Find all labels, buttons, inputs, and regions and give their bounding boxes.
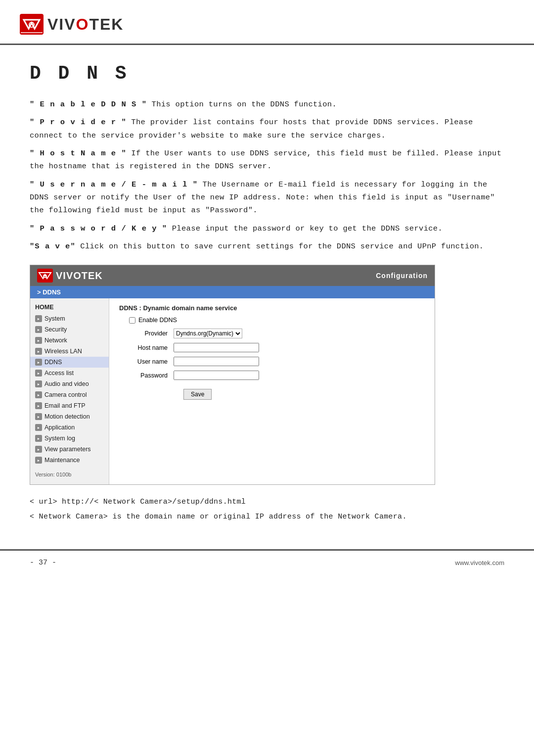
sidebar-arrow-network <box>35 337 42 344</box>
key-password: " P a s s w o r d / K e y " <box>30 224 167 233</box>
sidebar-item-audio-video[interactable]: Audio and video <box>30 378 109 389</box>
hostname-row: Host name <box>119 343 425 352</box>
key-enable: " E n a b l e D D N S " <box>30 100 147 109</box>
sidebar-arrow-audio-video <box>35 380 42 387</box>
sidebar-arrow-access-list <box>35 370 42 377</box>
sidebar-arrow-ddns <box>35 359 42 366</box>
ui-logo-icon <box>37 269 53 283</box>
url-line-1: < url> http://< Network Camera>/setup/dd… <box>30 495 504 510</box>
ui-sidebar: HOME System Security Network Wireless LA… <box>30 298 109 484</box>
sidebar-item-security[interactable]: Security <box>30 324 109 335</box>
page-header: VIVOTEK <box>0 0 534 45</box>
username-input[interactable] <box>174 357 259 366</box>
url-block: < url> http://< Network Camera>/setup/dd… <box>30 495 504 524</box>
ui-body: HOME System Security Network Wireless LA… <box>30 298 435 484</box>
desc-provider: " P r o v i d e r " The provider list co… <box>30 116 504 142</box>
sidebar-item-ddns[interactable]: DDNS <box>30 357 109 368</box>
sidebar-label-ddns: DDNS <box>44 359 62 366</box>
description-block: " E n a b l e D D N S " This option turn… <box>30 98 504 253</box>
enable-ddns-label: Enable DDNS <box>138 317 177 324</box>
desc-enable: " E n a b l e D D N S " This option turn… <box>30 98 504 111</box>
username-row: User name <box>119 357 425 366</box>
key-hostname: " H o s t N a m e " <box>30 149 127 158</box>
sidebar-item-network[interactable]: Network <box>30 335 109 346</box>
sidebar-arrow-system-log <box>35 435 42 442</box>
enable-ddns-checkbox[interactable] <box>129 317 135 324</box>
sidebar-label-system: System <box>44 315 65 322</box>
sidebar-item-camera-control[interactable]: Camera control <box>30 389 109 400</box>
sidebar-version: Version: 0100b <box>30 468 109 481</box>
ui-main-panel: DDNS : Dynamic domain name service Enabl… <box>109 298 435 484</box>
sidebar-arrow-wireless-lan <box>35 348 42 355</box>
password-row: Password <box>119 371 425 380</box>
sidebar-label-audio-video: Audio and video <box>44 380 89 387</box>
key-username: " U s e r n a m e / E - m a i l " <box>30 180 198 189</box>
sidebar-arrow-motion-detection <box>35 413 42 420</box>
page-title: D D N S <box>30 63 504 84</box>
sidebar-item-view-parameters[interactable]: View parameters <box>30 444 109 455</box>
key-provider: " P r o v i d e r " <box>30 118 127 127</box>
sidebar-arrow-system <box>35 315 42 322</box>
sidebar-arrow-camera-control <box>35 391 42 398</box>
sidebar-item-system[interactable]: System <box>30 313 109 324</box>
hostname-label: Host name <box>129 344 174 351</box>
sidebar-arrow-application <box>35 424 42 431</box>
sidebar-item-system-log[interactable]: System log <box>30 433 109 444</box>
page-footer: - 37 - www.vivotek.com <box>0 549 534 575</box>
sidebar-label-access-list: Access list <box>44 370 74 377</box>
sidebar-label-network: Network <box>44 337 67 344</box>
ui-logo-area: VIVOTEK <box>37 269 103 283</box>
desc-hostname: " H o s t N a m e " If the User wants to… <box>30 147 504 173</box>
provider-row: Provider Dyndns.org(Dynamic) Dyndns.org(… <box>119 329 425 338</box>
sidebar-item-application[interactable]: Application <box>30 422 109 433</box>
desc-username: " U s e r n a m e / E - m a i l " The Us… <box>30 178 504 217</box>
sidebar-arrow-view-parameters <box>35 446 42 453</box>
sidebar-item-maintenance[interactable]: Maintenance <box>30 455 109 466</box>
username-label: User name <box>129 358 174 365</box>
sidebar-label-email-ftp: Email and FTP <box>44 402 86 409</box>
sidebar-item-access-list[interactable]: Access list <box>30 368 109 378</box>
ui-header-bar: VIVOTEK Configuration <box>30 265 435 286</box>
sidebar-item-motion-detection[interactable]: Motion detection <box>30 411 109 422</box>
sidebar-arrow-maintenance <box>35 457 42 464</box>
sidebar-label-application: Application <box>44 424 75 431</box>
sidebar-label-wireless-lan: Wireless LAN <box>44 348 82 355</box>
provider-select[interactable]: Dyndns.org(Dynamic) Dyndns.org(Static) T… <box>174 329 242 338</box>
sidebar-item-wireless-lan[interactable]: Wireless LAN <box>30 346 109 357</box>
panel-title: DDNS : Dynamic domain name service <box>119 304 425 312</box>
sidebar-label-camera-control: Camera control <box>44 391 87 398</box>
vivotek-logo-icon <box>20 14 44 35</box>
logo-text: VIVOTEK <box>47 15 124 34</box>
screenshot-ui: VIVOTEK Configuration > DDNS HOME System… <box>30 265 435 485</box>
enable-ddns-row: Enable DDNS <box>119 317 425 324</box>
password-label: Password <box>129 372 174 379</box>
sidebar-label-motion-detection: Motion detection <box>44 413 90 420</box>
provider-label: Provider <box>129 330 174 337</box>
sidebar-item-email-ftp[interactable]: Email and FTP <box>30 400 109 411</box>
page-number: - 37 - <box>30 559 56 567</box>
password-input[interactable] <box>174 371 259 380</box>
ui-config-label: Configuration <box>376 272 428 280</box>
sidebar-label-view-parameters: View parameters <box>44 446 91 453</box>
main-content: D D N S " E n a b l e D D N S " This opt… <box>0 45 534 534</box>
desc-password: " P a s s w o r d / K e y " Please input… <box>30 222 504 235</box>
sidebar-arrow-email-ftp <box>35 402 42 409</box>
desc-save: "S a v e" Click on this button to save c… <box>30 240 504 253</box>
url-line-2: < Network Camera> is the domain name or … <box>30 510 504 524</box>
key-save: "S a v e" <box>30 242 76 251</box>
logo: VIVOTEK <box>20 14 514 35</box>
sidebar-label-security: Security <box>44 326 67 333</box>
sidebar-label-maintenance: Maintenance <box>44 457 80 464</box>
footer-website: www.vivotek.com <box>455 559 504 567</box>
sidebar-label-system-log: System log <box>44 435 75 442</box>
sidebar-arrow-security <box>35 326 42 333</box>
sidebar-home[interactable]: HOME <box>30 301 109 313</box>
ui-logo-text: VIVOTEK <box>56 270 103 282</box>
ui-breadcrumb: > DDNS <box>30 286 435 298</box>
hostname-input[interactable] <box>174 343 259 352</box>
save-button[interactable]: Save <box>183 389 212 400</box>
